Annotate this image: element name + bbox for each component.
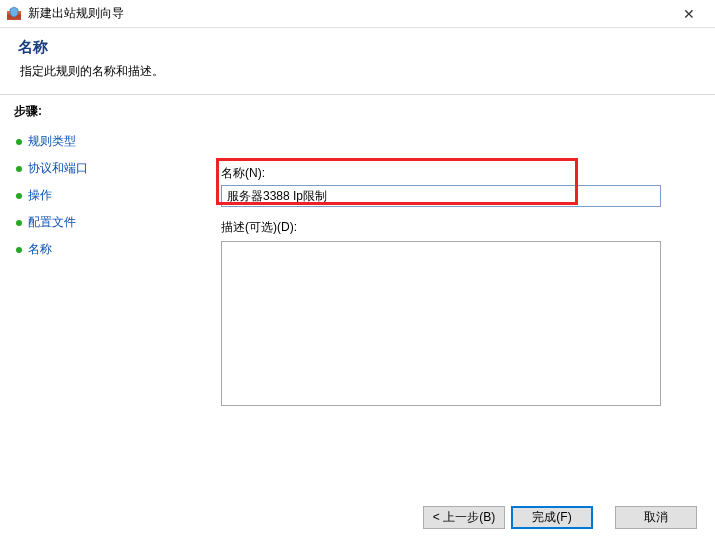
bullet-icon	[16, 247, 22, 253]
cancel-button[interactable]: 取消	[615, 506, 697, 529]
desc-textarea[interactable]	[221, 241, 661, 406]
bullet-icon	[16, 166, 22, 172]
sidebar-item-label: 配置文件	[28, 214, 76, 231]
titlebar-left: 新建出站规则向导	[6, 5, 124, 22]
close-button[interactable]: ✕	[669, 0, 709, 27]
firewall-icon	[6, 6, 22, 22]
sidebar-item-label: 操作	[28, 187, 52, 204]
bullet-icon	[16, 193, 22, 199]
page-subtitle: 指定此规则的名称和描述。	[18, 63, 697, 80]
bullet-icon	[16, 220, 22, 226]
footer-buttons: < 上一步(B) 完成(F) 取消	[423, 506, 697, 529]
sidebar-item-label: 规则类型	[28, 133, 76, 150]
sidebar-item-label: 协议和端口	[28, 160, 88, 177]
sidebar: 步骤: 规则类型 协议和端口 操作 配置文件 名称	[0, 95, 200, 490]
sidebar-item-label: 名称	[28, 241, 52, 258]
sidebar-item-protocol[interactable]: 协议和端口	[14, 155, 186, 182]
name-input[interactable]	[221, 185, 661, 207]
sidebar-item-ruletype[interactable]: 规则类型	[14, 128, 186, 155]
sidebar-item-name[interactable]: 名称	[14, 236, 186, 263]
sidebar-item-profile[interactable]: 配置文件	[14, 209, 186, 236]
close-icon: ✕	[683, 6, 695, 22]
body-area: 步骤: 规则类型 协议和端口 操作 配置文件 名称 名称(N):	[0, 95, 715, 491]
desc-label: 描述(可选)(D):	[221, 219, 687, 236]
main-panel: 名称(N): 描述(可选)(D):	[201, 95, 715, 490]
header-section: 名称 指定此规则的名称和描述。	[0, 28, 715, 95]
page-title: 名称	[18, 38, 697, 57]
desc-field-group: 描述(可选)(D):	[221, 219, 687, 409]
name-label: 名称(N):	[221, 165, 687, 182]
bullet-icon	[16, 139, 22, 145]
window-title: 新建出站规则向导	[28, 5, 124, 22]
steps-heading: 步骤:	[14, 103, 186, 120]
finish-button[interactable]: 完成(F)	[511, 506, 593, 529]
sidebar-item-action[interactable]: 操作	[14, 182, 186, 209]
titlebar: 新建出站规则向导 ✕	[0, 0, 715, 28]
spacer	[599, 506, 609, 529]
back-button[interactable]: < 上一步(B)	[423, 506, 505, 529]
name-field-group: 名称(N):	[221, 165, 687, 207]
